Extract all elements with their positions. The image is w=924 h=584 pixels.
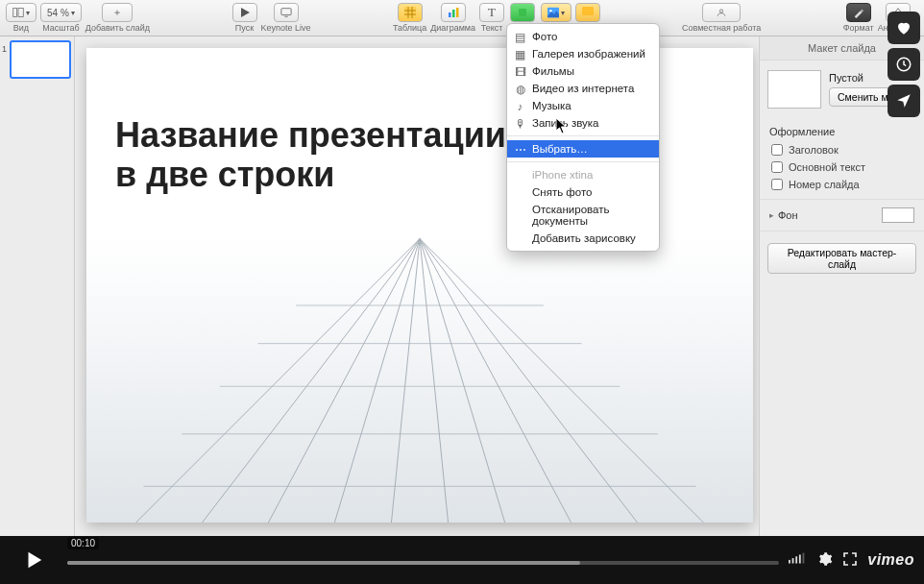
chart-button[interactable] — [441, 3, 466, 22]
menu-item-web-video[interactable]: ◍Видео из интернета — [507, 80, 659, 97]
video-play-button[interactable] — [10, 541, 58, 579]
add-slide-button[interactable]: ＋ — [102, 3, 133, 22]
share-button[interactable] — [888, 85, 920, 117]
mic-icon: 🎙 — [514, 117, 526, 130]
svg-rect-12 — [86, 239, 753, 523]
svg-rect-0 — [13, 9, 17, 17]
svg-rect-4 — [449, 12, 451, 17]
text-label: Текст — [481, 23, 503, 33]
video-timestamp: 00:10 — [67, 537, 99, 549]
body-checkbox[interactable] — [771, 161, 783, 173]
text-button[interactable]: T — [479, 3, 504, 22]
title-checkbox[interactable] — [771, 144, 783, 156]
media-button[interactable]: ▾ — [541, 3, 571, 22]
mouse-cursor-icon — [555, 117, 569, 134]
slide-image-building — [86, 236, 753, 523]
play-button[interactable] — [232, 3, 257, 22]
shape-button[interactable] — [510, 3, 535, 22]
film-icon: 🎞 — [514, 65, 526, 78]
svg-rect-15 — [792, 558, 794, 563]
menu-item-photo[interactable]: ▤Фото — [507, 28, 659, 45]
format-label: Формат — [843, 23, 874, 33]
slidenum-checkbox[interactable] — [771, 179, 783, 190]
background-label: Фон — [778, 209, 798, 221]
svg-rect-3 — [404, 7, 416, 18]
svg-rect-17 — [799, 554, 801, 563]
fullscreen-icon[interactable] — [842, 551, 858, 570]
menu-item-gallery[interactable]: ▦Галерея изображений — [507, 45, 659, 62]
comment-button[interactable] — [575, 3, 600, 22]
table-button[interactable] — [398, 3, 423, 22]
svg-point-9 — [549, 10, 551, 12]
video-controls: 00:10 vimeo — [0, 536, 924, 584]
overlay-actions — [888, 12, 920, 117]
volume-icon[interactable] — [789, 552, 808, 569]
photo-icon: ▤ — [514, 31, 526, 43]
menu-item-scan-docs[interactable]: Отсканировать документы — [507, 201, 659, 230]
menu-item-music[interactable]: ♪Музыка — [507, 97, 659, 114]
master-thumbnail — [767, 70, 821, 109]
settings-icon[interactable] — [817, 551, 833, 570]
svg-rect-5 — [452, 10, 455, 17]
view-button[interactable]: ▾ — [6, 3, 36, 22]
slide-title: Название презентации в две строки — [115, 115, 506, 195]
watch-later-button[interactable] — [888, 48, 920, 81]
like-button[interactable] — [888, 12, 920, 44]
menu-item-add-sketch[interactable]: Добавить зарисовку — [507, 230, 659, 247]
ellipsis-icon: ⋯ — [514, 143, 526, 156]
svg-rect-18 — [803, 552, 805, 563]
menu-item-device: iPhone xtina — [507, 166, 659, 183]
svg-rect-1 — [18, 9, 23, 17]
menu-item-take-photo[interactable]: Снять фото — [507, 183, 659, 201]
menu-item-record[interactable]: 🎙Запись звука — [507, 114, 659, 132]
globe-icon: ◍ — [514, 83, 526, 95]
keynote-live-label: Keynote Live — [261, 23, 311, 33]
keynote-live-button[interactable] — [274, 3, 299, 22]
slidenum-checkbox-row[interactable]: Номер слайда — [760, 176, 924, 193]
body-checkbox-row[interactable]: Основной текст — [760, 158, 924, 176]
music-icon: ♪ — [514, 100, 526, 112]
chart-label: Диаграмма — [430, 23, 475, 33]
collaborate-button[interactable] — [702, 3, 741, 22]
zoom-button[interactable]: 54 %▾ — [40, 3, 82, 22]
collab-label: Совместная работа — [682, 23, 761, 33]
table-label: Таблица — [393, 23, 426, 33]
menu-item-choose[interactable]: ⋯Выбрать… — [507, 140, 659, 158]
title-checkbox-row[interactable]: Заголовок — [760, 141, 924, 158]
edit-master-button[interactable]: Редактировать мастер-слайд — [767, 243, 916, 274]
toolbar: ▾ Вид 54 %▾ Масштаб ＋ Добавить слайд Пус… — [0, 0, 924, 36]
menu-item-movies[interactable]: 🎞Фильмы — [507, 62, 659, 80]
format-button[interactable] — [846, 3, 871, 22]
zoom-label: Масштаб — [42, 23, 80, 33]
gallery-icon: ▦ — [514, 48, 526, 61]
thumb-number: 1 — [2, 44, 7, 54]
video-timeline[interactable]: 00:10 — [67, 550, 779, 570]
svg-rect-16 — [796, 556, 798, 563]
svg-rect-10 — [582, 7, 594, 15]
svg-point-11 — [720, 10, 723, 12]
view-label: Вид — [13, 23, 29, 33]
play-label: Пуск — [235, 23, 254, 33]
svg-rect-14 — [789, 559, 790, 563]
svg-rect-7 — [519, 9, 526, 16]
add-slide-label: Добавить слайд — [85, 23, 150, 33]
media-menu: ▤Фото ▦Галерея изображений 🎞Фильмы ◍Виде… — [506, 23, 660, 252]
svg-rect-6 — [456, 8, 459, 17]
svg-rect-2 — [280, 9, 290, 15]
vimeo-logo[interactable]: vimeo — [867, 551, 914, 569]
appearance-label: Оформление — [760, 118, 924, 141]
slide-thumbnail-1[interactable] — [10, 40, 71, 79]
slide-navigator: 1 — [0, 36, 75, 536]
background-swatch[interactable] — [882, 207, 914, 223]
